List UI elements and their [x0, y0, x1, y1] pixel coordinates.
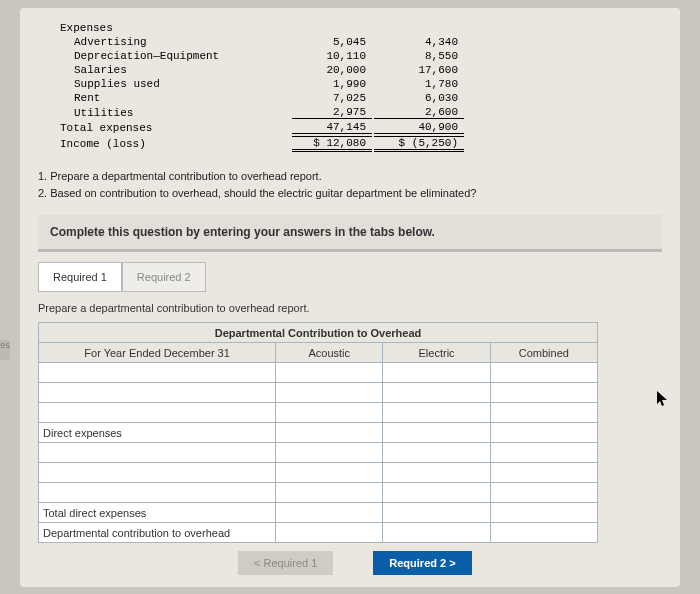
- tab-required-1[interactable]: Required 1: [38, 262, 122, 292]
- nav-buttons: < Required 1 Required 2 >: [238, 551, 662, 575]
- row-val: 4,340: [374, 36, 464, 48]
- row-label: Utilities: [60, 106, 290, 119]
- row-val: 6,030: [374, 92, 464, 104]
- input-cell[interactable]: [276, 363, 383, 383]
- row-val: 5,045: [292, 36, 372, 48]
- question-2: 2. Based on contribution to overhead, sh…: [38, 185, 662, 202]
- period-header: For Year Ended December 31: [39, 343, 276, 363]
- total-val: 47,145: [292, 121, 372, 134]
- row-val: 1,780: [374, 78, 464, 90]
- row-val: 2,975: [292, 106, 372, 119]
- row-val: 10,110: [292, 50, 372, 62]
- input-cell[interactable]: [383, 503, 490, 523]
- contribution-label: Departmental contribution to overhead: [39, 523, 276, 543]
- input-cell[interactable]: [276, 503, 383, 523]
- input-cell[interactable]: [383, 383, 490, 403]
- input-cell[interactable]: [490, 363, 597, 383]
- input-cell[interactable]: [276, 463, 383, 483]
- total-expenses-label: Total expenses: [60, 121, 290, 134]
- prev-button[interactable]: < Required 1: [238, 551, 333, 575]
- input-cell[interactable]: [490, 463, 597, 483]
- input-cell[interactable]: [276, 483, 383, 503]
- row-val: 7,025: [292, 92, 372, 104]
- input-cell[interactable]: [276, 383, 383, 403]
- col-electric: Electric: [383, 343, 490, 363]
- input-cell[interactable]: [490, 423, 597, 443]
- row-val: 8,550: [374, 50, 464, 62]
- input-cell[interactable]: [39, 483, 276, 503]
- input-cell[interactable]: [490, 483, 597, 503]
- col-combined: Combined: [490, 343, 597, 363]
- direct-expenses-label: Direct expenses: [39, 423, 276, 443]
- input-cell[interactable]: [490, 443, 597, 463]
- total-direct-label: Total direct expenses: [39, 503, 276, 523]
- tab-bar: Required 1 Required 2: [38, 262, 662, 292]
- input-cell[interactable]: [276, 403, 383, 423]
- main-panel: Expenses Advertising5,0454,340 Depreciat…: [20, 8, 680, 587]
- row-label: Supplies used: [60, 78, 290, 90]
- input-cell[interactable]: [383, 403, 490, 423]
- income-val: $ (5,250): [374, 136, 464, 152]
- input-cell[interactable]: [276, 423, 383, 443]
- question-list: 1. Prepare a departmental contribution t…: [38, 168, 662, 201]
- row-val: 20,000: [292, 64, 372, 76]
- expense-statement: Expenses Advertising5,0454,340 Depreciat…: [58, 20, 466, 154]
- input-cell[interactable]: [39, 443, 276, 463]
- input-cell[interactable]: [383, 483, 490, 503]
- row-label: Advertising: [60, 36, 290, 48]
- input-cell[interactable]: [490, 383, 597, 403]
- next-button[interactable]: Required 2 >: [373, 551, 471, 575]
- expenses-header: Expenses: [60, 22, 290, 34]
- input-cell[interactable]: [490, 403, 597, 423]
- row-val: 1,990: [292, 78, 372, 90]
- input-cell[interactable]: [490, 503, 597, 523]
- worksheet-title: Departmental Contribution to Overhead: [39, 323, 598, 343]
- income-label: Income (loss): [60, 136, 290, 152]
- input-cell[interactable]: [39, 403, 276, 423]
- worksheet-table: Departmental Contribution to Overhead Fo…: [38, 322, 598, 543]
- completion-prompt: Complete this question by entering your …: [38, 215, 662, 252]
- row-val: 2,600: [374, 106, 464, 119]
- total-val: 40,900: [374, 121, 464, 134]
- input-cell[interactable]: [383, 463, 490, 483]
- col-acoustic: Acoustic: [276, 343, 383, 363]
- income-val: $ 12,080: [292, 136, 372, 152]
- input-cell[interactable]: [39, 463, 276, 483]
- cursor-icon: [656, 390, 670, 411]
- tab-instruction: Prepare a departmental contribution to o…: [38, 302, 662, 314]
- row-label: Depreciation—Equipment: [60, 50, 290, 62]
- input-cell[interactable]: [383, 443, 490, 463]
- input-cell[interactable]: [383, 523, 490, 543]
- input-cell[interactable]: [276, 523, 383, 543]
- question-1: 1. Prepare a departmental contribution t…: [38, 168, 662, 185]
- tab-required-2[interactable]: Required 2: [122, 262, 206, 292]
- input-cell[interactable]: [383, 363, 490, 383]
- input-cell[interactable]: [39, 363, 276, 383]
- input-cell[interactable]: [490, 523, 597, 543]
- input-cell[interactable]: [383, 423, 490, 443]
- input-cell[interactable]: [39, 383, 276, 403]
- row-val: 17,600: [374, 64, 464, 76]
- page-stub: es: [0, 340, 10, 360]
- row-label: Rent: [60, 92, 290, 104]
- row-label: Salaries: [60, 64, 290, 76]
- input-cell[interactable]: [276, 443, 383, 463]
